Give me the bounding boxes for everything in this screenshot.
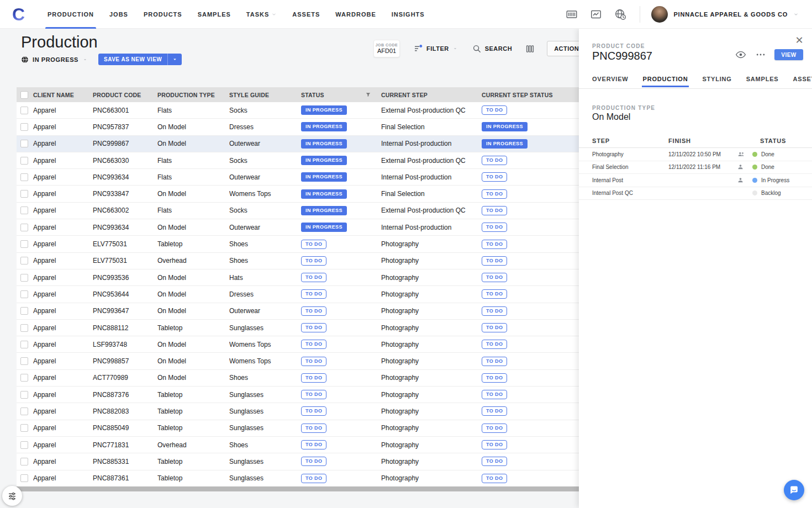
table-row[interactable]: Apparel PNC663030 Flats Socks IN PROGRES… bbox=[17, 152, 579, 169]
style-guide-cell: Sunglasses bbox=[229, 458, 301, 465]
table-row[interactable]: Apparel PNC999867 On Model Outerwear IN … bbox=[17, 136, 579, 152]
column-header-client-name[interactable]: CLIENT NAME bbox=[33, 92, 93, 98]
nav-item-label: INSIGHTS bbox=[392, 11, 425, 18]
row-checkbox[interactable] bbox=[20, 207, 28, 214]
table-row[interactable]: Apparel PNC888112 Tabletop Sunglasses TO… bbox=[17, 320, 579, 336]
row-checkbox[interactable] bbox=[20, 458, 28, 465]
column-filter-icon[interactable] bbox=[365, 92, 371, 98]
column-header-production-type[interactable]: PRODUCTION TYPE bbox=[157, 92, 229, 98]
column-header-style-guide[interactable]: STYLE GUIDE bbox=[229, 92, 301, 98]
table-row[interactable]: Apparel PNC663002 Flats Socks IN PROGRES… bbox=[17, 203, 579, 219]
view-button[interactable]: VIEW bbox=[774, 49, 803, 60]
table-row[interactable]: Apparel PNC663001 Flats Socks IN PROGRES… bbox=[17, 102, 579, 119]
panel-tab-overview[interactable]: OVERVIEW bbox=[592, 76, 629, 87]
panel-tab-production[interactable]: PRODUCTION bbox=[643, 76, 688, 87]
eye-icon[interactable] bbox=[735, 49, 747, 61]
step-row[interactable]: Photography 12/11/2022 10:50 PM Done bbox=[579, 148, 812, 161]
nav-item-production[interactable]: PRODUCTION bbox=[40, 0, 102, 29]
save-as-new-view-button[interactable]: SAVE AS NEW VIEW bbox=[98, 54, 182, 65]
table-row[interactable]: Apparel ELV775031 Tabletop Shoes TO DO P… bbox=[17, 236, 579, 252]
table-row[interactable]: Apparel PNC953644 On Model Dresses TO DO… bbox=[17, 286, 579, 303]
table-row[interactable]: Apparel LSF993748 On Model Womens Tops T… bbox=[17, 336, 579, 353]
column-header-current-step[interactable]: CURRENT STEP bbox=[381, 92, 482, 98]
nav-item-wardrobe[interactable]: WARDROBE bbox=[328, 0, 383, 29]
product-code-cell: PNC993634 bbox=[93, 173, 157, 181]
row-checkbox[interactable] bbox=[20, 107, 28, 114]
nav-item-products[interactable]: PRODUCTS bbox=[136, 0, 190, 29]
table-row[interactable]: Apparel PNC993634 On Model Outerwear IN … bbox=[17, 219, 579, 236]
table-row[interactable]: Apparel ELV775031 Overhead Shoes TO DO P… bbox=[17, 253, 579, 269]
row-checkbox[interactable] bbox=[20, 274, 28, 282]
row-checkbox[interactable] bbox=[20, 357, 28, 365]
client-name-cell: Apparel bbox=[33, 357, 93, 365]
select-all-checkbox[interactable] bbox=[20, 91, 28, 99]
table-row[interactable]: Apparel PNC998857 On Model Womens Tops T… bbox=[17, 353, 579, 369]
row-checkbox[interactable] bbox=[20, 123, 28, 131]
nav-item-jobs[interactable]: JOBS bbox=[102, 0, 136, 29]
panel-tab-samples[interactable]: SAMPLES bbox=[746, 76, 779, 87]
row-checkbox[interactable] bbox=[20, 157, 28, 165]
table-row[interactable]: Apparel PNC771831 Overhead Shoes TO DO P… bbox=[17, 437, 579, 453]
app-logo-icon[interactable]: C bbox=[12, 3, 33, 25]
step-row[interactable]: Internal Post In Progress bbox=[579, 174, 812, 187]
nav-item-assets[interactable]: ASSETS bbox=[284, 0, 328, 29]
search-button[interactable]: SEARCH bbox=[472, 44, 512, 54]
nav-item-tasks[interactable]: TASKS bbox=[239, 0, 284, 29]
table-row[interactable]: Apparel PNC887376 Tabletop Sunglasses TO… bbox=[17, 387, 579, 403]
column-header-product-code[interactable]: PRODUCT CODE bbox=[93, 92, 157, 98]
row-checkbox[interactable] bbox=[20, 240, 28, 248]
table-row[interactable]: Apparel PNC933847 On Model Womens Tops I… bbox=[17, 186, 579, 202]
status-badge: TO DO bbox=[301, 440, 326, 449]
row-checkbox[interactable] bbox=[20, 441, 28, 449]
nav-item-samples[interactable]: SAMPLES bbox=[190, 0, 239, 29]
row-checkbox[interactable] bbox=[20, 224, 28, 231]
filter-button[interactable]: FILTER bbox=[413, 44, 458, 54]
row-checkbox[interactable] bbox=[20, 341, 28, 348]
view-scope-label[interactable]: IN PROGRESS bbox=[33, 56, 78, 63]
row-checkbox[interactable] bbox=[20, 474, 28, 482]
row-checkbox[interactable] bbox=[20, 173, 28, 181]
product-code-value: PNC999867 bbox=[592, 50, 652, 62]
row-checkbox[interactable] bbox=[20, 257, 28, 264]
row-checkbox[interactable] bbox=[20, 391, 28, 399]
view-settings-fab[interactable] bbox=[2, 486, 22, 506]
more-options-icon[interactable] bbox=[755, 49, 767, 61]
horizontal-scrollbar[interactable] bbox=[17, 486, 579, 491]
table-row[interactable]: Apparel PNC993536 On Model Hats TO DO Ph… bbox=[17, 269, 579, 286]
column-header-current-step-status[interactable]: CURRENT STEP STATUS bbox=[482, 92, 579, 98]
table-row[interactable]: Apparel PNC885049 Tabletop Sunglasses TO… bbox=[17, 420, 579, 437]
row-checkbox[interactable] bbox=[20, 190, 28, 198]
column-header-status[interactable]: STATUS bbox=[301, 92, 381, 98]
account-menu[interactable]: PINNACLE APPAREL & GOODS CO bbox=[651, 6, 799, 23]
step-row[interactable]: Final Selection 12/11/2022 11:16 PM Done bbox=[579, 161, 812, 174]
panel-tab-assets[interactable]: ASSETS bbox=[793, 76, 812, 87]
production-type-value: On Model bbox=[592, 112, 630, 122]
row-checkbox[interactable] bbox=[20, 408, 28, 415]
nav-item-insights[interactable]: INSIGHTS bbox=[384, 0, 433, 29]
table-row[interactable]: Apparel PNC993634 Flats Outerwear IN PRO… bbox=[17, 169, 579, 186]
close-icon[interactable]: ✕ bbox=[793, 34, 805, 46]
columns-button[interactable] bbox=[525, 44, 535, 54]
step-row[interactable]: Internal Post QC Backlog bbox=[579, 187, 812, 200]
table-row[interactable]: Apparel ACT770989 On Model Shoes TO DO P… bbox=[17, 370, 579, 387]
job-code-chip[interactable]: JOB CODE AFD01 bbox=[373, 40, 400, 57]
chat-launcher-button[interactable] bbox=[784, 480, 804, 500]
row-checkbox[interactable] bbox=[20, 324, 28, 332]
table-row[interactable]: Apparel PNC957837 On Model Dresses IN PR… bbox=[17, 119, 579, 135]
panel-tab-styling[interactable]: STYLING bbox=[702, 76, 731, 87]
save-view-dropdown-caret[interactable] bbox=[168, 56, 182, 62]
table-row[interactable]: Apparel PNC882083 Tabletop Sunglasses TO… bbox=[17, 403, 579, 420]
row-checkbox[interactable] bbox=[20, 374, 28, 382]
barcode-icon[interactable] bbox=[566, 8, 578, 20]
asset-preview-icon[interactable] bbox=[590, 8, 602, 20]
table-row[interactable]: Apparel PNC885331 Tabletop Sunglasses TO… bbox=[17, 453, 579, 470]
row-checkbox[interactable] bbox=[20, 307, 28, 315]
table-row[interactable]: Apparel PNC993647 On Model Outerwear TO … bbox=[17, 303, 579, 320]
row-checkbox[interactable] bbox=[20, 424, 28, 432]
current-step-status-badge: TO DO bbox=[482, 306, 507, 316]
timezone-globe-icon[interactable] bbox=[614, 8, 626, 20]
chevron-down-icon[interactable] bbox=[82, 57, 88, 62]
row-checkbox[interactable] bbox=[20, 140, 28, 147]
row-checkbox[interactable] bbox=[20, 290, 28, 298]
table-row[interactable]: Apparel PNC887361 Tabletop Sunglasses TO… bbox=[17, 470, 579, 487]
